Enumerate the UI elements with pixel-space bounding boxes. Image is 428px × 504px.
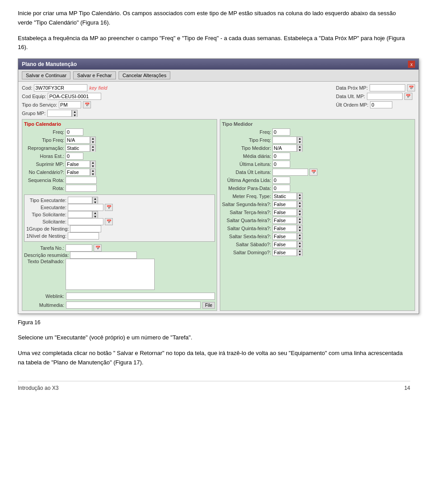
medidor-para-input[interactable] — [272, 185, 290, 192]
saltar-sexta-arrow-down[interactable]: ▼ — [297, 237, 302, 240]
no-calendario-input[interactable] — [66, 169, 90, 176]
grupo-mp-arrow-down[interactable]: ▼ — [72, 114, 77, 117]
multimedia-input[interactable] — [66, 302, 201, 309]
ultima-agenda-input[interactable] — [272, 177, 290, 184]
saltar-segunda-input[interactable] — [272, 201, 297, 208]
saltar-quinta-combo: ▲ ▼ — [272, 225, 303, 232]
solicitante-icon-btn[interactable]: 📅 — [105, 218, 113, 225]
tipo-executante-arrow-up[interactable]: ▲ — [93, 197, 98, 201]
executante-input[interactable] — [68, 204, 103, 211]
saltar-sexta-arrow-up[interactable]: ▲ — [297, 233, 302, 237]
descricao-input[interactable] — [70, 252, 137, 259]
data-ult-leitura-calendar-btn[interactable]: 📅 — [309, 169, 317, 176]
saltar-domingo-arrow-up[interactable]: ▲ — [297, 249, 302, 253]
tipo-freq-arrow-down[interactable]: ▼ — [91, 140, 95, 144]
tipo-medidor-grid: Freq: Tipo Freq: ▲ ▼ — [222, 128, 413, 256]
saltar-quinta-arrow-up[interactable]: ▲ — [297, 225, 302, 229]
no-calendario-arrows: ▲ ▼ — [90, 169, 96, 176]
media-diaria-label: Média diária: — [222, 153, 271, 159]
grupo-nesting-input[interactable] — [70, 225, 101, 232]
tipo-servico-input[interactable] — [59, 101, 81, 108]
tm-tipo-medidor-row: Tipo Medidor: ▲ ▼ — [222, 145, 413, 152]
reprogramacao-arrow-up[interactable]: ▲ — [91, 145, 95, 149]
cod-equip-input[interactable] — [48, 93, 101, 100]
tm-tipo-freq-arrow-down[interactable]: ▼ — [297, 140, 302, 144]
tipo-solicitante-input[interactable] — [68, 211, 92, 218]
tipo-servico-icon-btn[interactable]: 📅 — [83, 101, 91, 108]
grupo-mp-arrow-up[interactable]: ▲ — [72, 110, 77, 114]
saltar-terca-arrow-down[interactable]: ▼ — [297, 213, 302, 216]
no-calendario-arrow-down[interactable]: ▼ — [91, 173, 95, 176]
tm-tipo-medidor-input[interactable] — [272, 145, 297, 152]
tm-freq-input[interactable] — [272, 128, 290, 136]
nivel-nesting-row: 1Nível de Nesting: — [26, 232, 213, 240]
meter-freq-arrow-up[interactable]: ▲ — [297, 193, 302, 197]
save-close-button[interactable]: Salvar e Fechar — [73, 71, 116, 79]
seq-rota-input[interactable] — [66, 177, 97, 184]
saltar-quinta-arrow-down[interactable]: ▼ — [297, 229, 302, 232]
data-ult-input[interactable] — [367, 93, 403, 100]
saltar-sexta-input[interactable] — [272, 233, 297, 240]
meter-freq-arrow-down[interactable]: ▼ — [297, 197, 302, 200]
tm-tipo-medidor-arrow-up[interactable]: ▲ — [297, 145, 302, 149]
data-ult-calendar-btn[interactable]: 📅 — [404, 93, 412, 100]
media-diaria-row: Média diária: — [222, 153, 413, 160]
saltar-quarta-arrow-up[interactable]: ▲ — [297, 217, 302, 221]
solicitante-input[interactable] — [68, 218, 103, 225]
tipo-executante-input[interactable] — [68, 197, 92, 204]
saltar-sabado-arrow-up[interactable]: ▲ — [297, 241, 302, 245]
texto-textarea[interactable] — [66, 259, 155, 290]
data-ult-leitura-input[interactable] — [272, 169, 308, 176]
saltar-quinta-input[interactable] — [272, 225, 297, 232]
saltar-domingo-input[interactable] — [272, 249, 297, 256]
weblink-input[interactable] — [66, 293, 215, 300]
cancel-changes-button[interactable]: Cancelar Alterações — [119, 71, 170, 79]
saltar-sabado-arrow-down[interactable]: ▼ — [297, 245, 302, 248]
ultima-leitura-input[interactable] — [272, 161, 290, 168]
reprogramacao-arrow-down[interactable]: ▼ — [91, 149, 95, 152]
suprimir-mp-arrow-down[interactable]: ▼ — [91, 165, 95, 168]
reprogramacao-input[interactable] — [66, 145, 90, 152]
horas-est-input[interactable] — [66, 153, 83, 160]
data-prox-input[interactable] — [370, 84, 405, 91]
data-prox-calendar-btn[interactable]: 📅 — [407, 84, 415, 91]
saltar-sabado-input[interactable] — [272, 241, 297, 248]
tm-freq-row: Freq: — [222, 128, 413, 136]
rota-input[interactable] — [66, 185, 97, 192]
freq-input[interactable] — [66, 128, 83, 136]
grupo-mp-input[interactable] — [47, 110, 72, 117]
tipo-freq-arrow-up[interactable]: ▲ — [91, 137, 95, 140]
nivel-nesting-input[interactable] — [68, 232, 99, 240]
header-left: Cod: key field Cod Equip: Tipo do Serviç… — [22, 84, 107, 117]
saltar-segunda-arrow-up[interactable]: ▲ — [297, 201, 302, 205]
file-button[interactable]: File — [202, 302, 215, 309]
tm-tipo-medidor-arrow-down[interactable]: ▼ — [297, 149, 302, 152]
tm-tipo-freq-arrow-up[interactable]: ▲ — [297, 137, 302, 140]
dialog-close-button[interactable]: x — [408, 61, 415, 68]
meter-freq-label: Meter Freq. Type: — [222, 194, 271, 199]
no-calendario-arrow-up[interactable]: ▲ — [91, 169, 95, 173]
saltar-quarta-arrow-down[interactable]: ▼ — [297, 221, 302, 224]
tipo-solicitante-arrow-up[interactable]: ▲ — [93, 211, 98, 215]
saltar-terca-arrow-up[interactable]: ▲ — [297, 209, 302, 213]
tm-tipo-medidor-combo: ▲ ▼ — [272, 145, 303, 152]
saltar-domingo-arrow-down[interactable]: ▼ — [297, 253, 302, 256]
tarefa-input[interactable] — [66, 244, 92, 252]
suprimir-mp-arrows: ▲ ▼ — [90, 161, 96, 168]
executante-icon-btn[interactable]: 📅 — [105, 204, 113, 211]
cod-input[interactable] — [34, 84, 87, 91]
save-continue-button[interactable]: Salvar e Continuar — [22, 71, 70, 79]
media-diaria-input[interactable] — [272, 153, 290, 160]
tarefa-icon-btn[interactable]: 📅 — [94, 244, 102, 252]
tm-tipo-freq-input[interactable] — [272, 136, 297, 144]
suprimir-mp-arrow-up[interactable]: ▲ — [91, 161, 95, 165]
saltar-terca-input[interactable] — [272, 209, 297, 216]
saltar-quarta-input[interactable] — [272, 217, 297, 224]
reprogramacao-row: Reprogramação: ▲ ▼ — [24, 145, 215, 152]
saltar-quinta-row: Saltar Quinta-feira?: ▲ ▼ — [222, 225, 413, 232]
tipo-freq-input[interactable] — [66, 136, 90, 144]
saltar-segunda-arrow-down[interactable]: ▼ — [297, 205, 302, 208]
suprimir-mp-input[interactable] — [66, 161, 90, 168]
meter-freq-input[interactable] — [272, 193, 297, 200]
ult-ordem-input[interactable] — [370, 101, 392, 108]
